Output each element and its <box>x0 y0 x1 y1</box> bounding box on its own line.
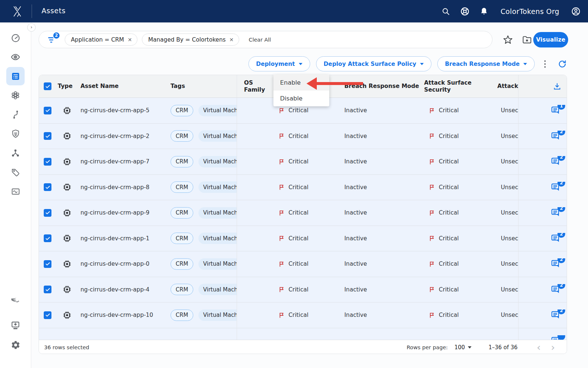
comments-icon[interactable]: 2 <box>551 131 562 142</box>
refresh-icon[interactable] <box>557 59 567 69</box>
tag-crm[interactable]: CRM <box>171 309 193 321</box>
comments-icon[interactable]: 2 <box>551 207 562 218</box>
column-divider <box>237 75 237 340</box>
row-checkbox[interactable] <box>44 311 51 319</box>
page-title: Assets <box>42 7 65 15</box>
cluster-icon <box>10 90 21 100</box>
tag-virtual-machine[interactable]: Virtual Machine <box>198 207 237 219</box>
row-checkbox[interactable] <box>44 234 51 242</box>
more-actions-kebab-icon[interactable] <box>542 58 548 70</box>
tag-virtual-machine[interactable]: Virtual Machine <box>198 105 237 116</box>
download-table-icon[interactable] <box>553 82 562 91</box>
support-lifering-icon[interactable] <box>460 7 470 16</box>
tag-virtual-machine[interactable]: Virtual Machine <box>198 309 237 321</box>
chip-close-icon[interactable]: ✕ <box>229 37 234 43</box>
comments-icon[interactable]: 2 <box>551 233 562 244</box>
sidebar-item-topology[interactable] <box>6 144 25 162</box>
row-checkbox[interactable] <box>44 183 51 191</box>
tag-crm[interactable]: CRM <box>171 130 193 142</box>
table-row[interactable]: ng-cirrus-dev-crm-app-9 CRM Virtual Mach… <box>39 200 567 226</box>
sidebar-item-settings[interactable] <box>6 336 25 354</box>
menu-item-disable[interactable]: Disable <box>273 91 329 106</box>
sidebar-item-connections[interactable] <box>6 105 25 124</box>
breach-response-mode-button[interactable]: Breach Response Mode <box>437 56 535 71</box>
tag-crm[interactable]: CRM <box>171 105 193 116</box>
sidebar-item-assets[interactable] <box>6 67 25 85</box>
sidebar-item-tags[interactable] <box>6 163 25 181</box>
notifications-bell-icon[interactable] <box>479 7 489 16</box>
favorite-star-icon[interactable] <box>503 35 513 45</box>
row-checkbox[interactable] <box>44 286 51 293</box>
table-row[interactable]: ng-cirrus-dev-crm-app-1 CRM Virtual Mach… <box>39 226 567 252</box>
critical-flag-icon <box>278 158 285 165</box>
tag-virtual-machine[interactable]: Virtual Machine <box>198 156 237 167</box>
sidebar-item-dashboard[interactable] <box>6 29 25 47</box>
table-row[interactable]: ng-cirrus-dev-crm-app-7 CRM Virtual Mach… <box>39 149 567 175</box>
sidebar-item-agent-download[interactable] <box>6 316 25 335</box>
comments-icon[interactable]: 2 <box>551 156 562 167</box>
row-checkbox[interactable] <box>44 132 51 140</box>
row-checkbox[interactable] <box>44 260 51 268</box>
tag-crm[interactable]: CRM <box>171 284 193 295</box>
sidebar-item-applications[interactable] <box>6 86 25 105</box>
row-checkbox[interactable] <box>44 107 51 114</box>
critical-flag-icon <box>278 286 285 293</box>
table-row[interactable]: ng-cirrus-dev-crm-app-2 CRM Virtual Mach… <box>39 124 567 149</box>
virtual-machine-chip-icon <box>62 157 72 166</box>
critical-flag-icon <box>278 261 285 268</box>
comments-icon[interactable]: 2 <box>551 182 562 193</box>
next-page-chevron[interactable]: › <box>546 344 560 351</box>
tag-virtual-machine[interactable]: Virtual Machine <box>198 258 237 270</box>
clear-all-filters[interactable]: Clear All <box>249 37 271 43</box>
tag-crm[interactable]: CRM <box>171 258 193 270</box>
rows-per-page-select[interactable]: 100 <box>455 344 472 351</box>
chip-close-icon[interactable]: ✕ <box>128 37 132 43</box>
column-divider <box>518 75 519 340</box>
account-avatar-icon[interactable] <box>571 7 581 16</box>
attack-surface-security-cell: Critical <box>422 312 494 319</box>
org-name[interactable]: ColorTokens Org <box>501 7 559 15</box>
sidebar-item-reports[interactable] <box>6 182 25 201</box>
row-checkbox[interactable] <box>44 209 51 217</box>
virtual-machine-chip-icon <box>62 106 72 115</box>
comments-icon[interactable]: 2 <box>551 309 562 321</box>
filter-chip-application[interactable]: Application = CRM ✕ <box>65 33 137 46</box>
deploy-attack-surface-policy-button[interactable]: Deploy Attack Surface Policy <box>316 56 431 71</box>
comments-icon[interactable]: 2 <box>551 284 562 295</box>
comments-icon[interactable]: 2 <box>551 258 562 269</box>
sidebar-collapse-chevron[interactable]: › <box>27 23 36 32</box>
tag-virtual-machine[interactable]: Virtual Machine <box>198 130 237 142</box>
search-icon[interactable] <box>441 7 451 16</box>
filter-icon[interactable]: 2 <box>47 35 57 45</box>
colortokens-logo-icon[interactable] <box>11 5 24 18</box>
sidebar-item-integration[interactable] <box>6 291 25 309</box>
saved-filters-folder-icon[interactable] <box>522 35 532 45</box>
tag-virtual-machine[interactable]: Virtual Machine <box>198 233 237 244</box>
tag-crm[interactable]: CRM <box>171 156 193 167</box>
sidebar-item-visibility[interactable] <box>6 48 25 66</box>
row-checkbox[interactable] <box>44 158 51 166</box>
breach-response-mode-cell: Inactive <box>342 235 422 242</box>
filter-chip-managed-by[interactable]: Managed By = Colortokens ✕ <box>142 33 239 46</box>
attack-surface-security-cell: Critical <box>422 286 494 293</box>
tag-virtual-machine[interactable]: Virtual Machine <box>198 181 237 193</box>
table-row[interactable]: ng-cirrus-dev-crm-app-4 CRM Virtual Mach… <box>39 277 567 303</box>
select-all-checkbox[interactable] <box>44 82 51 90</box>
deployment-button[interactable]: Deployment <box>248 56 310 71</box>
bulk-actions-toolbar: Deployment Deploy Attack Surface Policy … <box>39 56 535 72</box>
critical-flag-icon <box>429 132 435 139</box>
table-row[interactable]: ng-cirrus-dev-crm-app-8 CRM Virtual Mach… <box>39 175 567 201</box>
sidebar-item-policies[interactable] <box>6 124 25 143</box>
attack-surface-security-cell: Critical <box>422 132 494 139</box>
previous-page-chevron[interactable]: ‹ <box>531 344 546 351</box>
comments-icon[interactable] <box>551 335 562 340</box>
visualize-button[interactable]: Visualize <box>533 32 568 47</box>
tag-virtual-machine[interactable]: Virtual Machine <box>198 284 237 295</box>
table-row[interactable]: ng-cirrus-dev-crm-app-0 CRM Virtual Mach… <box>39 251 567 277</box>
tag-crm[interactable]: CRM <box>171 233 193 244</box>
rows-per-page-label: Rows per page: <box>406 344 448 350</box>
tag-crm[interactable]: CRM <box>171 181 193 193</box>
tag-crm[interactable]: CRM <box>171 207 193 219</box>
table-row[interactable]: ng-cirrus-dev-crm-app-10 CRM Virtual Mac… <box>39 302 567 328</box>
comments-icon[interactable]: 1 <box>551 105 562 116</box>
